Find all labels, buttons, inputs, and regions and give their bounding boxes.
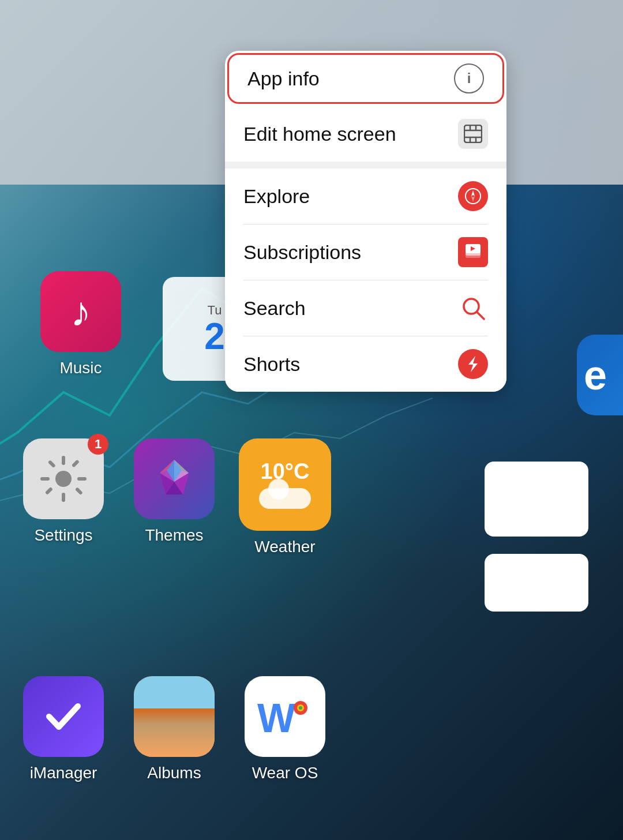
context-menu: App info i Edit home screen Explore [225, 51, 506, 392]
themes-app[interactable]: Themes [128, 438, 220, 545]
menu-divider-thick [225, 162, 506, 168]
albums-app-icon [134, 676, 215, 757]
svg-line-38 [477, 312, 484, 319]
svg-point-22 [299, 706, 302, 710]
calendar-date: 2 [204, 318, 225, 355]
gear-icon [37, 453, 89, 505]
albums-label: Albums [147, 764, 201, 782]
search-icon [458, 293, 488, 323]
themes-label: Themes [145, 526, 203, 545]
music-app-label: Music [59, 359, 102, 377]
weather-app[interactable]: 10°C Weather [239, 438, 331, 556]
search-magnifier-icon [461, 296, 485, 320]
weather-app-icon: 10°C [239, 438, 331, 531]
checkmark-icon [40, 693, 87, 740]
svg-rect-6 [75, 487, 83, 495]
menu-item-shorts[interactable]: Shorts [225, 336, 506, 392]
shorts-icon [458, 349, 488, 379]
edit-home-label: Edit home screen [243, 123, 396, 145]
wearos-app[interactable]: W Wear OS [239, 676, 331, 782]
shorts-bolt-icon [465, 355, 481, 373]
shorts-label: Shorts [243, 353, 300, 376]
top-app-row: ♪ Music [35, 271, 127, 377]
music-app-icon: ♪ [40, 271, 121, 352]
widget-placeholder-2 [485, 554, 588, 612]
wearos-app-icon: W [245, 676, 325, 757]
themes-app-icon [134, 438, 215, 519]
widget-placeholder-1 [485, 462, 588, 537]
edit-home-icon [458, 119, 488, 149]
imanager-app-icon [23, 676, 104, 757]
svg-rect-8 [45, 487, 53, 495]
compass-icon [464, 187, 482, 205]
svg-rect-7 [72, 459, 80, 467]
svg-marker-39 [468, 356, 478, 372]
explore-label: Explore [243, 185, 310, 208]
svg-text:W: W [257, 696, 295, 737]
weather-label: Weather [254, 538, 315, 556]
svg-rect-3 [40, 477, 50, 481]
svg-rect-4 [77, 477, 87, 481]
film-grid-icon [464, 125, 482, 143]
bottom-app-row: iManager Albums W Wear OS [17, 676, 331, 782]
settings-badge: 1 [88, 434, 108, 455]
explore-icon [458, 181, 488, 211]
subscriptions-icon [458, 237, 488, 267]
themes-gem-icon [148, 453, 200, 505]
subscriptions-label: Subscriptions [243, 241, 361, 264]
svg-rect-5 [48, 460, 56, 468]
svg-rect-1 [62, 456, 65, 465]
middle-app-row: 1 Settings [17, 438, 331, 556]
imanager-label: iManager [30, 764, 97, 782]
svg-point-0 [55, 471, 72, 487]
svg-marker-32 [471, 196, 475, 202]
imanager-app[interactable]: iManager [17, 676, 110, 782]
menu-item-search[interactable]: Search [225, 280, 506, 336]
music-app[interactable]: ♪ Music [35, 271, 127, 377]
info-icon: i [454, 63, 484, 93]
menu-item-edit-home[interactable]: Edit home screen [225, 106, 506, 162]
edge-app-letter: e [584, 351, 607, 399]
subscriptions-stack-icon [464, 244, 482, 260]
svg-rect-23 [464, 125, 482, 142]
albums-app[interactable]: Albums [128, 676, 220, 782]
search-label: Search [243, 297, 306, 320]
wear-os-logo-icon: W [256, 696, 314, 737]
weather-temp-display: 10°C [261, 460, 310, 482]
app-info-label: App info [247, 68, 320, 90]
settings-label: Settings [34, 526, 92, 545]
svg-rect-2 [62, 493, 65, 502]
wearos-label: Wear OS [252, 764, 318, 782]
settings-app[interactable]: 1 Settings [17, 438, 110, 545]
menu-item-subscriptions[interactable]: Subscriptions [225, 224, 506, 280]
settings-app-icon: 1 [23, 438, 104, 519]
edge-app[interactable]: e [577, 335, 623, 415]
svg-marker-31 [471, 190, 475, 196]
menu-item-app-info[interactable]: App info i [227, 53, 504, 104]
weather-cloud [259, 488, 311, 509]
menu-item-explore[interactable]: Explore [225, 168, 506, 224]
